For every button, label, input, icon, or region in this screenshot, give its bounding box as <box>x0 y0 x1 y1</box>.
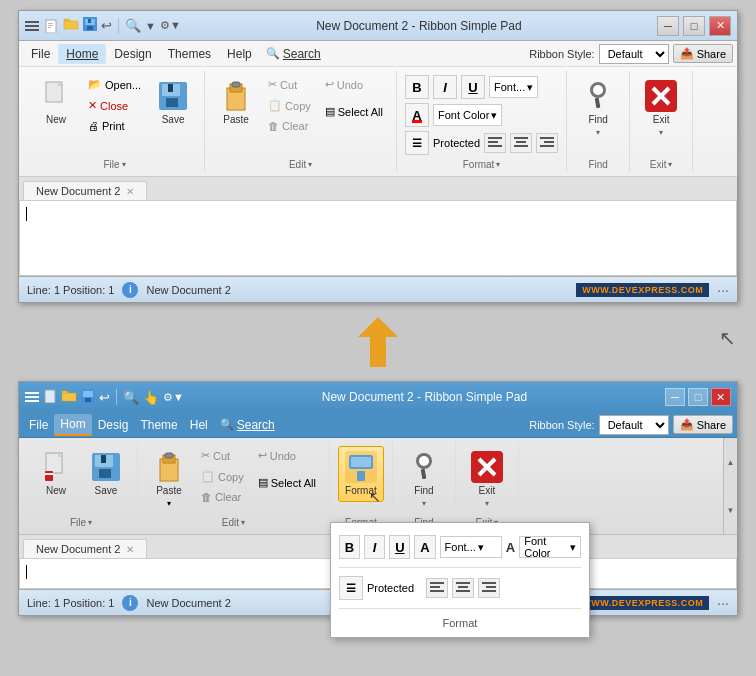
clear-button2[interactable]: 🗑 Clear <box>196 488 249 506</box>
paste-button2[interactable]: Paste ▾ <box>146 446 192 513</box>
ribbon-style-select2[interactable]: Default <box>599 415 669 435</box>
align-left-btn1[interactable] <box>484 133 506 153</box>
find-toolbar-icon2[interactable]: 🔍 <box>123 390 139 405</box>
undo-button1[interactable]: ↩ Undo <box>320 75 388 94</box>
menu-themes1[interactable]: Themes <box>160 44 219 64</box>
maximize-button1[interactable]: □ <box>683 16 705 36</box>
extra-toolbar-icon[interactable]: ⚙▼ <box>160 19 181 32</box>
menu2-design[interactable]: Desig <box>92 415 135 435</box>
select-all-button1[interactable]: ▤ Select All <box>320 102 388 121</box>
menu-icon2[interactable] <box>25 390 39 404</box>
font-color-icon1[interactable]: A <box>405 103 429 127</box>
maximize-button2[interactable]: □ <box>688 388 708 406</box>
menu2-home[interactable]: Hom <box>54 414 91 436</box>
copy-button1[interactable]: 📋 Copy <box>263 96 316 115</box>
new-button2[interactable]: New <box>33 446 79 502</box>
menu-home1[interactable]: Home <box>58 44 106 64</box>
undo-button2[interactable]: ↩ Undo <box>253 446 321 465</box>
extra-toolbar2[interactable]: ⚙▼ <box>163 391 184 404</box>
popup-align-center[interactable] <box>452 578 474 598</box>
ribbon-style-select1[interactable]: Default <box>599 44 669 64</box>
find-button2[interactable]: Find ▾ <box>401 446 447 513</box>
font-color-dropdown1[interactable]: Font Color ▾ <box>433 104 502 126</box>
align-center-btn1[interactable] <box>510 133 532 153</box>
scroll-up-arrow2[interactable]: ▲ <box>727 458 735 467</box>
menu2-theme[interactable]: Theme <box>134 415 183 435</box>
minimize-button2[interactable]: ─ <box>665 388 685 406</box>
scroll-down-arrow2[interactable]: ▼ <box>727 506 735 515</box>
save-button1[interactable]: Save <box>150 75 196 131</box>
new-doc-icon[interactable] <box>43 18 59 34</box>
cut-button2[interactable]: ✂ Cut <box>196 446 249 465</box>
tab-close1[interactable]: ✕ <box>126 186 134 197</box>
undo-icon[interactable]: ↩ <box>101 18 112 33</box>
menu-icon[interactable] <box>25 19 39 33</box>
info-badge1[interactable]: i <box>122 282 138 298</box>
copy-button2[interactable]: 📋 Copy <box>196 467 249 486</box>
file-group-arrow1[interactable]: ▾ <box>122 160 126 169</box>
underline-button1[interactable]: U <box>461 75 485 99</box>
minimize-button1[interactable]: ─ <box>657 16 679 36</box>
print-button1[interactable]: 🖨 Print <box>83 117 146 135</box>
open-icon2[interactable] <box>61 389 77 406</box>
doc-tab2[interactable]: New Document 2 ✕ <box>23 539 147 558</box>
list-icon1[interactable]: ☰ <box>405 131 429 155</box>
cut-button1[interactable]: ✂ Cut <box>263 75 316 94</box>
new-button1[interactable]: New <box>33 75 79 131</box>
search-area2: 🔍 Search <box>220 418 275 432</box>
ribbon-scroll2[interactable]: ▲ ▼ <box>723 438 737 534</box>
italic-button1[interactable]: I <box>433 75 457 99</box>
file-group-arrow2[interactable]: ▾ <box>88 518 92 527</box>
exit-button2[interactable]: Exit ▾ <box>464 446 510 513</box>
line-position2: Line: 1 Position: 1 <box>27 597 114 609</box>
popup-bold-btn[interactable]: B <box>339 535 360 559</box>
save-icon1 <box>157 80 189 112</box>
menu-file1[interactable]: File <box>23 44 58 64</box>
save-icon[interactable] <box>83 17 97 34</box>
popup-align-left[interactable] <box>426 578 448 598</box>
cursor-toolbar-icon2[interactable]: 👆 <box>143 390 159 405</box>
close-button2[interactable]: ✕ <box>711 388 731 406</box>
save-icon2[interactable] <box>81 389 95 406</box>
edit-group-arrow1[interactable]: ▾ <box>308 160 312 169</box>
share-button1[interactable]: 📤 Share <box>673 44 733 63</box>
popup-list-icon[interactable]: ☰ <box>339 576 363 600</box>
popup-italic-btn[interactable]: I <box>364 535 385 559</box>
exit-button1[interactable]: Exit ▾ <box>638 75 684 142</box>
format-button2[interactable]: Format ↖ <box>338 446 384 502</box>
close-button1[interactable]: ✕ <box>709 16 731 36</box>
find-button1[interactable]: Find ▾ <box>575 75 621 142</box>
doc-tab1[interactable]: New Document 2 ✕ <box>23 181 147 200</box>
info-badge2[interactable]: i <box>122 595 138 611</box>
select-all-button2[interactable]: ▤ Select All <box>253 473 321 492</box>
open-icon[interactable] <box>63 17 79 34</box>
doc-content1[interactable] <box>19 201 737 276</box>
popup-font-color-dropdown[interactable]: Font Color ▾ <box>519 536 581 558</box>
clear-button1[interactable]: 🗑 Clear <box>263 117 316 135</box>
share-button2[interactable]: 📤 Share <box>673 415 733 434</box>
format-group-arrow1[interactable]: ▾ <box>496 160 500 169</box>
align-right-btn1[interactable] <box>536 133 558 153</box>
font-dropdown1[interactable]: Font... ▾ <box>489 76 538 98</box>
popup-underline-btn[interactable]: U <box>389 535 410 559</box>
find-toolbar-icon[interactable]: 🔍 <box>125 18 141 33</box>
new-doc-icon2[interactable] <box>43 389 57 406</box>
undo-icon2[interactable]: ↩ <box>99 390 110 405</box>
close-button-file1[interactable]: ✕ Close <box>83 96 146 115</box>
bold-button1[interactable]: B <box>405 75 429 99</box>
tab-close2[interactable]: ✕ <box>126 544 134 555</box>
popup-font-dropdown[interactable]: Font... ▾ <box>440 536 502 558</box>
paste-button1[interactable]: Paste <box>213 75 259 131</box>
svg-rect-20 <box>488 141 498 143</box>
redo-dropdown-icon[interactable]: ▼ <box>145 20 156 32</box>
save-button2[interactable]: Save <box>83 446 129 502</box>
menu-design1[interactable]: Design <box>106 44 159 64</box>
menu2-file[interactable]: File <box>23 415 54 435</box>
popup-font-color-icon[interactable]: A <box>414 535 435 559</box>
edit-group-arrow2[interactable]: ▾ <box>241 518 245 527</box>
exit-group-arrow1[interactable]: ▾ <box>668 160 672 169</box>
open-button1[interactable]: 📂 Open... <box>83 75 146 94</box>
popup-align-right[interactable] <box>478 578 500 598</box>
menu-help1[interactable]: Help <box>219 44 260 64</box>
menu2-help[interactable]: Hel <box>184 415 214 435</box>
